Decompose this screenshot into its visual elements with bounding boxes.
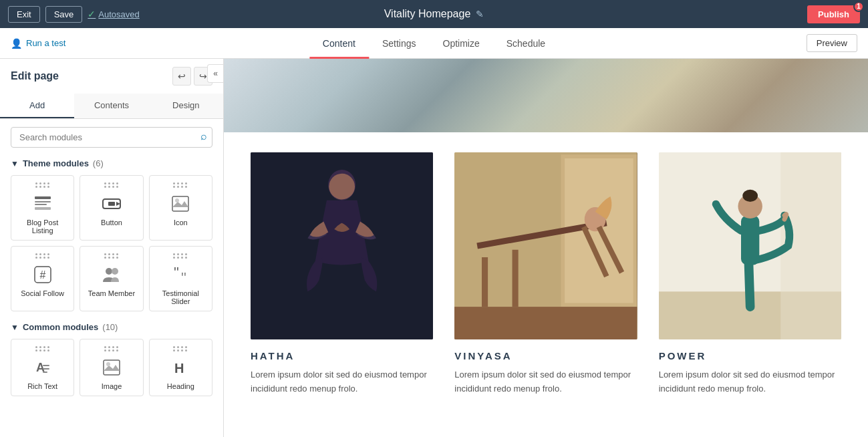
main-nav-tabs: Content Settings Optimize Schedule [309,29,559,57]
tab-settings[interactable]: Settings [369,30,430,59]
publish-button[interactable]: Publish 1 [807,5,860,23]
team-member-icon [100,264,124,285]
exit-button[interactable]: Exit [8,6,40,23]
panel-tab-contents[interactable]: Contents [74,94,148,118]
card-power: POWER Lorem ipsum dolor sit sed do eiusm… [659,152,841,396]
svg-point-25 [329,174,355,200]
card-title-power: POWER [659,350,841,361]
second-bar: 👤 Run a test Content Settings Optimize S… [0,28,868,59]
module-label-button: Button [101,218,122,227]
card-image-vinyasa [454,152,637,339]
heading-icon: H [168,357,192,378]
svg-text:": " [174,265,179,281]
run-test-link[interactable]: 👤 Run a test [11,38,65,49]
module-team-member[interactable]: Team Member [80,246,143,311]
sidebar: « Edit page ↩ ↪ Add Contents Design ⌕ ▼ … [0,59,224,437]
rich-text-icon: A [31,357,55,378]
publish-badge: 1 [853,1,864,12]
search-wrap: ⌕ [0,119,223,153]
module-icon[interactable]: Icon [149,175,212,241]
common-modules-header[interactable]: ▼ Common modules (10) [11,322,212,332]
hero-image [224,59,868,132]
top-bar-right: Publish 1 [807,5,860,23]
svg-rect-17 [43,368,49,370]
panel-tab-design[interactable]: Design [149,94,223,118]
preview-button[interactable]: Preview [807,34,857,52]
blog-post-listing-icon [31,193,55,214]
svg-rect-3 [35,207,51,210]
module-label-social-follow: Social Follow [21,289,64,297]
search-input[interactable] [11,127,212,148]
drag-dots [173,182,188,188]
tab-optimize[interactable]: Optimize [430,30,493,59]
svg-rect-16 [43,365,49,366]
module-label-team-member: Team Member [88,289,135,297]
module-image[interactable]: Image [80,339,143,396]
svg-point-36 [742,190,758,202]
module-heading[interactable]: H Heading [149,339,212,396]
social-follow-icon: # [31,264,55,285]
drag-dots [104,346,119,351]
module-label-icon: Icon [174,218,188,227]
card-title-vinyasa: VINYASA [454,350,637,361]
panel-tab-add[interactable]: Add [0,94,74,118]
module-blog-post-listing[interactable]: Blog Post Listing [11,175,74,241]
theme-chevron-icon: ▼ [11,159,19,168]
svg-rect-18 [43,372,47,373]
module-rich-text[interactable]: A Rich Text [11,339,74,396]
svg-text:#: # [39,269,45,281]
card-hatha: HATHA Lorem ipsum dolor sit sed do eiusm… [251,152,433,396]
collapse-sidebar-button[interactable]: « [207,64,223,83]
svg-rect-0 [35,196,51,199]
svg-point-8 [175,198,179,202]
testimonial-slider-icon: " " [168,264,192,285]
top-bar-left: Exit Save ✓ Autosaved [8,6,140,23]
module-label-image: Image [102,382,122,390]
cards-grid: HATHA Lorem ipsum dolor sit sed do eiusm… [251,152,841,396]
svg-rect-1 [35,201,51,202]
drag-dots [35,253,50,259]
save-button[interactable]: Save [45,6,83,23]
card-vinyasa: VINYASA Lorem ipsum dolor sit sed do eiu… [454,152,637,396]
edit-title-icon[interactable]: ✎ [476,9,484,19]
theme-modules-section: ▼ Theme modules (6) [0,153,223,317]
content-area: HATHA Lorem ipsum dolor sit sed do eiusm… [224,132,868,423]
drag-dots [35,346,50,351]
card-image-power [659,152,841,339]
card-title-hatha: HATHA [251,350,433,361]
theme-modules-header[interactable]: ▼ Theme modules (6) [11,158,212,168]
canvas: HATHA Lorem ipsum dolor sit sed do eiusm… [224,59,868,437]
image-module-icon [100,357,124,378]
common-modules-grid: A Rich Text [11,339,212,396]
checkmark-icon: ✓ [88,9,96,19]
autosaved-link[interactable]: ✓ Autosaved [88,9,139,19]
common-chevron-icon: ▼ [11,323,19,332]
card-image-hatha [251,152,433,339]
tab-content[interactable]: Content [309,30,369,59]
drag-dots [104,253,119,259]
svg-point-12 [112,268,118,275]
common-modules-section: ▼ Common modules (10) A [0,317,223,402]
top-bar-center: Vitality Homepage ✎ [384,8,484,20]
main-layout: « Edit page ↩ ↪ Add Contents Design ⌕ ▼ … [0,59,868,437]
module-label-blog-post-listing: Blog Post Listing [15,218,69,235]
svg-marker-7 [172,201,188,207]
edit-page-heading: Edit page [11,70,59,82]
module-testimonial-slider[interactable]: " " Testimonial Slider [149,246,212,311]
svg-point-11 [106,268,112,275]
sidebar-header: Edit page ↩ ↪ [0,59,223,86]
panel-tabs: Add Contents Design [0,94,223,119]
tab-schedule[interactable]: Schedule [493,30,559,59]
module-social-follow[interactable]: # Social Follow [11,246,74,311]
drag-dots [104,182,119,188]
module-label-rich-text: Rich Text [27,382,57,390]
svg-text:": " [181,269,186,284]
icon-module-icon [168,193,192,214]
undo-button[interactable]: ↩ [172,67,191,86]
top-bar: Exit Save ✓ Autosaved Vitality Homepage … [0,0,868,28]
svg-rect-29 [454,307,637,339]
search-icon[interactable]: ⌕ [200,130,207,142]
svg-rect-2 [35,204,47,205]
drag-dots [173,253,188,259]
module-button[interactable]: Button [80,175,143,241]
